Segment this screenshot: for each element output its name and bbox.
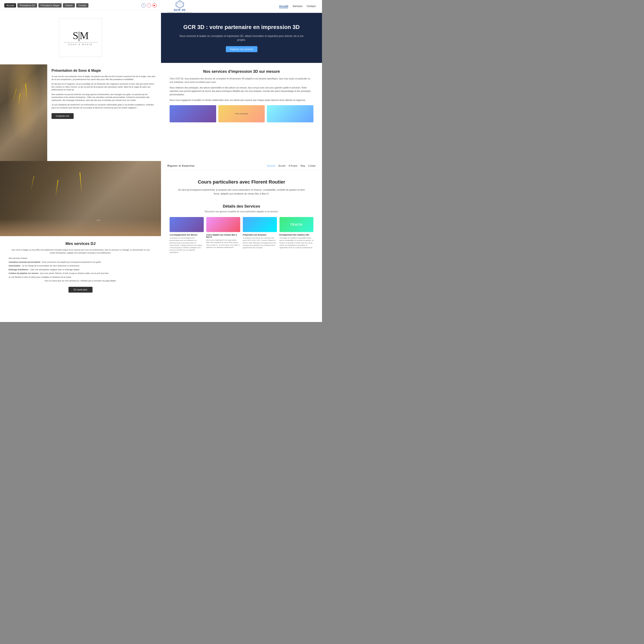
gcr-image-1 <box>170 105 216 122</box>
panel3-services-content: Mes services DJ Avec Sono & Magie, je vo… <box>0 236 161 322</box>
nav-accueil[interactable]: Accueil <box>4 3 16 8</box>
panel4-nav-links: Services Accueil À Propos Blog Contact <box>267 165 316 167</box>
panel2-services-section: Nos services d'impression 3D sur mesure … <box>161 63 322 161</box>
panel3-service-item-5: Je suis flexible et mise en direct pour … <box>9 276 152 279</box>
panel3-service-item-2: Sonorisation : Je me charge de la sonori… <box>9 264 152 267</box>
panel1-social-icons: f ♡ ▶ <box>141 3 157 8</box>
panel3-services-title: Mes services DJ <box>9 241 152 246</box>
panel3-service-item-4: Création de playlists sur mesure : Que v… <box>9 272 152 275</box>
p4-nav-services[interactable]: Services <box>267 165 275 167</box>
nav-prestations-magie[interactable]: Préstations Magie <box>38 3 62 8</box>
panel1-bottom-section: Présentation de Sono & Magie Je suis rav… <box>0 64 161 161</box>
panel4-services-section: Détails des Services Découvrez une gamme… <box>161 200 322 322</box>
panel3-services-intro: Avec Sono & Magie, je vous offre une exp… <box>9 249 152 254</box>
service-card-4: TEACH Enseignement des matières clés J'e… <box>279 217 314 254</box>
en-savoir-plus-button[interactable]: En savoir plus <box>68 287 93 293</box>
gcr-logo-name: GCR 3D <box>174 8 185 12</box>
teach-text: TEACH <box>290 223 303 226</box>
gcr-image-3 <box>267 105 313 122</box>
panel2-hero-section: GCR 3D : votre partenaire en impression … <box>161 13 322 63</box>
panel4-brand: Rigueur et Expertise <box>167 164 195 167</box>
panel1-nav-links: Accueil Préstations DJ Préstations Magie… <box>4 3 88 8</box>
panel3-cta-text: Pour en savoir plus sur mes services DJ,… <box>9 279 152 283</box>
florent-services-title: Détails des Services <box>170 204 313 209</box>
panel3-hero-image: ♦ ♦ ♦ <box>0 161 161 236</box>
gcr-hero-description: Nous sommes le leader en conception et i… <box>178 34 305 42</box>
panel4-navbar: Rigueur et Expertise Services Accueil À … <box>161 161 322 171</box>
panel3-service-item-3: Éclairage d'ambiance : Créer une atmosph… <box>9 268 152 271</box>
panel-gcr3d: GCR 3D Optimized Computer Revolution Acc… <box>161 0 322 161</box>
panel3-list-title: Mes services incluent : <box>9 257 152 260</box>
presentation-para-4: Je suis impatients de transformer vos év… <box>52 103 157 109</box>
facebook-icon[interactable]: f <box>141 3 146 8</box>
presentation-para-2: En tant que DJ et magicien, j'ai eu le p… <box>52 83 157 91</box>
service-card-3-desc: Je prépare mes élèves aux examens tels q… <box>243 237 277 249</box>
p2-nav-services[interactable]: Services <box>293 5 302 8</box>
gcr-logo-icon <box>175 0 185 8</box>
service-card-2-desc: Mes cours s'adressent à un large public,… <box>206 239 240 249</box>
p4-nav-contact[interactable]: Contact <box>308 165 316 167</box>
panel1-navbar: Accueil Préstations DJ Préstations Magie… <box>0 0 161 11</box>
gcr-services-images: Plans techniques <box>170 105 313 122</box>
presentation-para-3: Mon expertise me permet d'animer une lar… <box>52 93 157 102</box>
florent-services-cards: Accompagnement Sur Mesure Je propose un … <box>170 217 313 254</box>
p2-nav-accueil[interactable]: Accueil <box>279 5 288 8</box>
presentation-para-1: Je suis ravi de vous présenter Sono & Ma… <box>52 75 157 81</box>
service-card-2-title: Cours adaptés aux niveaux Bac à Bac+5 <box>206 234 240 238</box>
panel3-service-item-1: Animation musicale personnalisée : Nous … <box>9 261 152 264</box>
gcr-services-title: Nos services d'impression 3D sur mesure <box>170 69 313 74</box>
panel3-hero-overlay: ♦ ♦ ♦ <box>0 161 161 236</box>
logo-main-text: S|M <box>73 30 88 41</box>
service-card-4-desc: J'enseigne les matières essentielles tel… <box>279 237 314 249</box>
contact-button[interactable]: Contacter-moi <box>52 113 74 119</box>
panel1-logo-section: S|M SONO & MAGIE <box>0 11 161 64</box>
p4-nav-accueil[interactable]: Accueil <box>278 165 285 167</box>
panel-sono-magie-top: Accueil Préstations DJ Préstations Magie… <box>0 0 161 161</box>
instagram-icon[interactable]: ♡ <box>147 3 151 8</box>
logo-sub-text: SONO & MAGIE <box>68 43 93 46</box>
gcr-logo: GCR 3D Optimized Computer Revolution <box>167 0 192 13</box>
nav-contact[interactable]: Contact <box>76 3 89 8</box>
panel-florent-routier: Rigueur et Expertise Services Accueil À … <box>161 161 322 322</box>
presentation-title: Présentation de Sono & Magie <box>52 69 157 73</box>
service-card-4-title: Enseignement des matières clés <box>279 234 314 236</box>
service-card-3-title: Préparation aux Examens <box>243 234 277 236</box>
florent-services-subtitle: Découvrez une gamme complète de cours pa… <box>170 210 313 213</box>
service-card-1-desc: Je propose un accompagnement personnalis… <box>170 237 204 254</box>
gcr-services-para-3: Nous nous engageons à travailler en étro… <box>170 99 313 102</box>
gcr-image-2: Plans techniques <box>218 105 265 122</box>
service-card-2: Cours adaptés aux niveaux Bac à Bac+5 Me… <box>206 217 240 254</box>
panel2-nav-links: Accueil Services Contact <box>279 5 316 8</box>
panel1-event-image <box>0 64 47 161</box>
florent-hero-description: En tant qu'enseignant expérimenté, je pr… <box>178 188 305 196</box>
service-card-img-4: TEACH <box>279 217 314 232</box>
panel1-presentation-content: Présentation de Sono & Magie Je suis rav… <box>47 64 161 161</box>
service-card-1: Accompagnement Sur Mesure Je propose un … <box>170 217 204 254</box>
p2-nav-contact[interactable]: Contact <box>307 5 316 8</box>
sono-magie-logo: S|M SONO & MAGIE <box>59 18 102 57</box>
logo-divider <box>64 42 97 43</box>
p4-nav-apropos[interactable]: À Propos <box>289 165 297 167</box>
nav-prestations-dj[interactable]: Préstations DJ <box>17 3 37 8</box>
gcr-hero-title: GCR 3D : votre partenaire en impression … <box>178 24 305 31</box>
service-card-3: Préparation aux Examens Je prépare mes é… <box>243 217 277 254</box>
panel3-services-list: Mes services incluent : Animation musica… <box>9 257 152 279</box>
panel4-hero-section: Cours particuliers avec Florent Routier … <box>161 171 322 200</box>
service-card-img-1 <box>170 217 204 232</box>
gcr-services-para-2: Nous réalisons des prototypes, des pièce… <box>170 86 313 96</box>
service-card-img-3 <box>243 217 277 232</box>
nav-galerie[interactable]: Galerie <box>63 3 75 8</box>
explore-services-button[interactable]: Explorez nos services <box>226 46 257 52</box>
service-card-img-2 <box>206 217 240 232</box>
gcr-services-para-1: Chez GCR 3D, nous proposons des services… <box>170 77 313 84</box>
panel2-navbar: GCR 3D Optimized Computer Revolution Acc… <box>161 0 322 13</box>
panel-sono-magie-bottom: ♦ ♦ ♦ Mes services DJ Avec Sono & Magie,… <box>0 161 161 322</box>
florent-hero-title: Cours particuliers avec Florent Routier <box>178 179 305 185</box>
youtube-icon[interactable]: ▶ <box>152 3 157 8</box>
p4-nav-blog[interactable]: Blog <box>301 165 305 167</box>
service-card-1-title: Accompagnement Sur Mesure <box>170 234 204 236</box>
